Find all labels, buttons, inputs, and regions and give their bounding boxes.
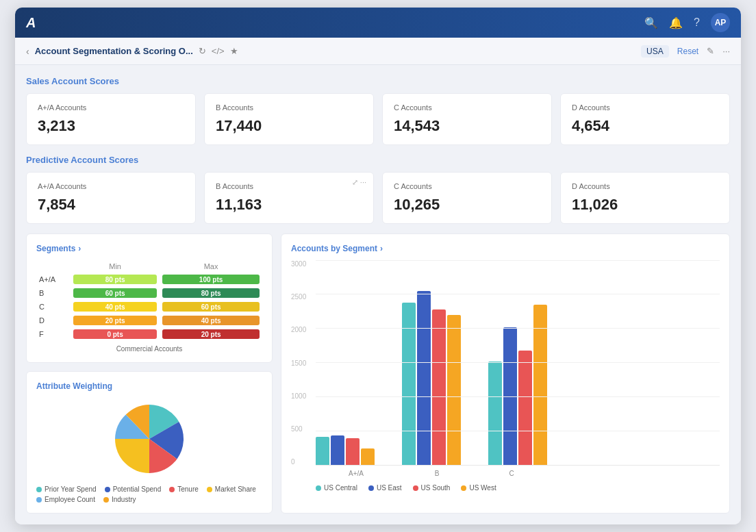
- help-icon[interactable]: ?: [694, 16, 700, 29]
- seg-max-bar-1: 80 pts: [162, 288, 260, 298]
- legend-label-5: Industry: [112, 496, 136, 503]
- legend-label-0: Prior Year Spend: [45, 485, 97, 493]
- sales-card-value-3: 4,654: [572, 117, 718, 135]
- region-selector[interactable]: USA: [641, 45, 669, 58]
- bar-0-3: [361, 448, 375, 466]
- commercial-label: Commercial Accounts: [36, 345, 262, 353]
- chart-legend-label-1: US East: [377, 484, 402, 492]
- legend-dot-4: [36, 497, 42, 503]
- sales-card-label-1: B Accounts: [216, 103, 362, 112]
- pred-card-3: D Accounts 11,026: [560, 172, 730, 224]
- legend-item-5: Industry: [103, 496, 136, 503]
- bar-2-3: [533, 305, 547, 466]
- share-icon[interactable]: </>: [212, 46, 225, 56]
- expand-icon[interactable]: ⤢ ···: [352, 178, 366, 187]
- navbar-left: ‹ Account Segmentation & Scoring O... ↻ …: [26, 46, 238, 57]
- edit-icon[interactable]: ✎: [707, 46, 714, 56]
- seg-min-bar-4: 0 pts: [73, 329, 157, 339]
- page-title: Account Segmentation & Scoring O...: [35, 46, 193, 56]
- main-window: A 🔍 🔔 ? AP ‹ Account Segmentation & Scor…: [15, 8, 741, 524]
- sales-card-label-2: C Accounts: [394, 103, 540, 112]
- attribute-weighting-panel: Attribute Weighting: [26, 371, 273, 514]
- sales-card-label-3: D Accounts: [572, 103, 718, 112]
- seg-min-bar-2: 40 pts: [73, 302, 157, 312]
- seg-row-4: F 0 pts 20 pts: [36, 327, 262, 341]
- pred-card-value-2: 10,265: [394, 196, 540, 214]
- bell-icon[interactable]: 🔔: [669, 16, 683, 29]
- sales-card-3: D Accounts 4,654: [560, 93, 730, 145]
- chart-legend-dot-3: [461, 485, 466, 491]
- pred-card-value-3: 11,026: [572, 196, 718, 214]
- sales-card-value-0: 3,213: [38, 117, 184, 135]
- seg-row-0: A+/A 80 pts 100 pts: [36, 273, 262, 286]
- pred-card-value-1: 11,163: [216, 196, 362, 214]
- legend-item-3: Market Share: [207, 485, 256, 493]
- legend-label-1: Potential Spend: [113, 485, 162, 493]
- segments-title[interactable]: Segments ›: [36, 244, 262, 253]
- seg-max-bar-2: 60 pts: [162, 302, 260, 312]
- pred-card-1: B Accounts 11,163 ⤢ ···: [204, 172, 374, 224]
- legend-item-0: Prior Year Spend: [36, 485, 97, 493]
- x-label-1: B: [396, 470, 477, 477]
- seg-row-3: D 20 pts 40 pts: [36, 314, 262, 327]
- search-icon[interactable]: 🔍: [644, 16, 658, 29]
- seg-min-bar-1: 60 pts: [73, 288, 157, 298]
- bar-2-1: [503, 327, 517, 466]
- avatar[interactable]: AP: [711, 13, 730, 32]
- bar-1-1: [417, 291, 431, 466]
- content-area: Sales Account Scores A+/A Accounts 3,213…: [15, 65, 741, 524]
- lower-section: Segments › Min Max: [26, 233, 730, 514]
- bar-group-2: [488, 305, 547, 466]
- seg-min-bar-0: 80 pts: [73, 275, 157, 284]
- star-icon[interactable]: ★: [230, 46, 238, 56]
- legend-label-3: Market Share: [215, 485, 256, 493]
- chart-legend-dot-2: [413, 485, 418, 491]
- sales-card-2: C Accounts 14,543: [382, 93, 552, 145]
- reset-button[interactable]: Reset: [677, 47, 698, 56]
- predictive-section-title: Predictive Account Scores: [26, 155, 730, 165]
- chart-legend-dot-1: [368, 485, 374, 491]
- legend-dot-1: [105, 487, 110, 492]
- legend-item-4: Employee Count: [36, 496, 95, 503]
- segments-table: Min Max A+/A 80 pts 100 pts B: [36, 260, 262, 341]
- bar-0-0: [316, 437, 329, 466]
- legend-item-1: Potential Spend: [105, 485, 162, 493]
- left-column: Segments › Min Max: [26, 233, 273, 514]
- app-logo: A: [26, 15, 36, 31]
- pred-card-0: A+/A Accounts 7,854: [26, 172, 196, 224]
- chart-inner: A+/A B C: [316, 260, 720, 477]
- chart-legend-0: US Central: [316, 484, 357, 492]
- col-max: Max: [160, 260, 262, 273]
- segments-panel: Segments › Min Max: [26, 233, 273, 363]
- x-label-0: A+/A: [316, 470, 396, 477]
- more-icon[interactable]: ···: [722, 46, 730, 56]
- pred-card-label-0: A+/A Accounts: [38, 182, 184, 190]
- pred-card-label-2: C Accounts: [394, 182, 540, 190]
- chart-legend-3: US West: [461, 484, 496, 492]
- bar-1-0: [402, 303, 416, 466]
- titlebar: A 🔍 🔔 ? AP: [15, 8, 741, 38]
- accounts-by-segment-panel: Accounts by Segment › 0 500 1000 1500 20…: [281, 233, 730, 514]
- seg-max-bar-3: 40 pts: [162, 316, 260, 325]
- seg-max-bar-0: 100 pts: [162, 275, 260, 284]
- bar-group-0: [316, 435, 375, 466]
- back-button[interactable]: ‹: [26, 46, 29, 57]
- legend-item-2: Tenure: [169, 485, 199, 493]
- sales-card-label-0: A+/A Accounts: [38, 103, 184, 112]
- legend-label-2: Tenure: [177, 485, 199, 493]
- sales-card-0: A+/A Accounts 3,213: [26, 93, 196, 145]
- sales-cards-row: A+/A Accounts 3,213 B Accounts 17,440 C …: [26, 93, 730, 145]
- legend-dot-2: [169, 487, 175, 492]
- chart-legend-dot-0: [316, 485, 321, 491]
- pred-card-value-0: 7,854: [38, 196, 184, 214]
- bar-1-2: [432, 309, 446, 466]
- col-min: Min: [71, 260, 160, 273]
- accounts-by-segment-title[interactable]: Accounts by Segment ›: [291, 244, 720, 253]
- pred-card-2: C Accounts 10,265: [382, 172, 552, 224]
- legend-dot-0: [36, 487, 42, 492]
- attribute-weighting-title: Attribute Weighting: [36, 381, 262, 391]
- refresh-icon[interactable]: ↻: [199, 46, 206, 56]
- pie-svg: [108, 398, 190, 480]
- sales-section-title: Sales Account Scores: [26, 76, 730, 86]
- sales-card-value-1: 17,440: [216, 117, 362, 135]
